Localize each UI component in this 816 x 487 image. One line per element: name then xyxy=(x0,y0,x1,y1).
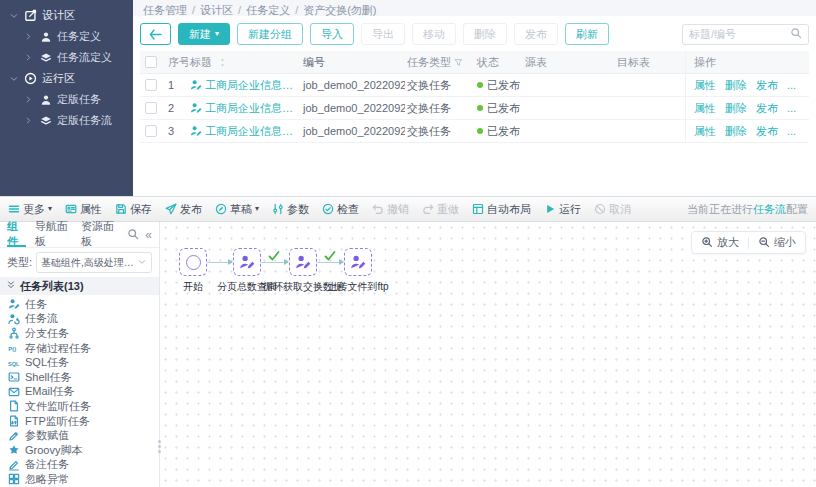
task-title-link[interactable]: 工商局企业信息表_demo0_2... xyxy=(205,124,299,139)
task-icon xyxy=(190,125,202,137)
component-item[interactable]: 忽略异常 xyxy=(0,472,159,487)
collapse-panel-icon[interactable]: « xyxy=(145,228,152,242)
task-title-link[interactable]: 工商局企业信息表_demo0_2... xyxy=(205,101,299,116)
row-action-more[interactable]: ... xyxy=(787,125,796,137)
ban-icon xyxy=(594,203,606,215)
tab-resource-panel[interactable]: 资源面板 xyxy=(81,222,118,247)
branch-icon xyxy=(8,327,20,339)
component-item[interactable]: FTP监听任务 xyxy=(0,414,159,429)
column-header-action: 操作 xyxy=(685,51,809,73)
flow-node-start[interactable]: 开始 xyxy=(165,248,221,294)
type-select[interactable]: 基础组件,高级处理组件 xyxy=(36,252,152,273)
task-title-link[interactable]: 工商局企业信息表_demo0_2... xyxy=(205,78,299,93)
component-panel: 组件导航面板资源面板 « 类型: 基础组件,高级处理组件 任务列表(13) 任务… xyxy=(0,222,160,487)
save-button[interactable]: 保存 xyxy=(115,202,152,217)
procedure-icon: P() xyxy=(8,342,20,354)
pencil-icon xyxy=(8,430,20,442)
draft-button[interactable]: 草稿▾ xyxy=(215,202,259,217)
component-item[interactable]: P()存储过程任务 xyxy=(0,341,159,356)
sort-icon[interactable] xyxy=(218,58,227,67)
back-button[interactable] xyxy=(140,23,171,45)
component-item[interactable]: 文件监听任务 xyxy=(0,399,159,414)
task-list-section-header[interactable]: 任务列表(13) xyxy=(0,277,159,295)
new-button[interactable]: 新建▾ xyxy=(178,23,230,45)
row-code: job_demo0_20220927132347 xyxy=(301,102,405,114)
component-item[interactable]: EMail任务 xyxy=(0,385,159,400)
row-action-link[interactable]: 删除 xyxy=(725,101,747,116)
check-button[interactable]: 检查 xyxy=(322,202,359,217)
breadcrumb: 任务管理/设计区/任务定义/资产交换(勿删) xyxy=(133,0,816,16)
breadcrumb-item[interactable]: 资产交换(勿删) xyxy=(303,4,376,16)
component-item[interactable]: 任务流 xyxy=(0,312,159,327)
row-action-more[interactable]: ... xyxy=(787,79,796,91)
breadcrumb-item[interactable]: 任务定义 xyxy=(246,4,290,16)
row-action-link[interactable]: 删除 xyxy=(725,78,747,93)
row-action-more[interactable]: ... xyxy=(787,102,796,114)
zoom-out-button[interactable]: 缩小 xyxy=(758,235,796,250)
publish-button: 发布 xyxy=(514,23,558,45)
sidebar-item-task-definition[interactable]: 任务定义 xyxy=(0,26,133,47)
column-header-target: 目标表 xyxy=(615,55,685,70)
row-checkbox[interactable] xyxy=(145,79,157,91)
row-action-link[interactable]: 发布 xyxy=(756,124,778,139)
more-button[interactable]: 更多▾ xyxy=(8,202,52,217)
component-item-label: 任务流 xyxy=(25,311,58,326)
row-checkbox[interactable] xyxy=(145,125,157,137)
flow-canvas[interactable]: 放大 缩小 开始分页总数查询循环获取交换数据上传文件到ftp xyxy=(160,222,816,487)
sidebar-item-release-taskflow[interactable]: 定版任务流 xyxy=(0,110,133,131)
sidebar-item-release-task[interactable]: 定版任务 xyxy=(0,89,133,110)
status-dot xyxy=(477,105,483,111)
component-item[interactable]: 备注任务 xyxy=(0,458,159,473)
breadcrumb-item[interactable]: 任务管理 xyxy=(143,4,187,16)
row-action-link[interactable]: 删除 xyxy=(725,124,747,139)
component-item[interactable]: 分支任务 xyxy=(0,326,159,341)
row-action-link[interactable]: 属性 xyxy=(694,124,716,139)
import-button[interactable]: 导入 xyxy=(310,23,354,45)
caret-down-icon: ▾ xyxy=(255,205,259,213)
row-code: job_demo0_20220927132347u... xyxy=(301,125,405,137)
file-icon xyxy=(8,400,20,412)
row-action-link[interactable]: 发布 xyxy=(756,78,778,93)
component-item-label: Groovy脚本 xyxy=(25,443,82,458)
zoom-in-button[interactable]: 放大 xyxy=(701,235,739,250)
component-item[interactable]: 参数赋值 xyxy=(0,428,159,443)
zoom-in-icon xyxy=(701,236,713,250)
search-icon[interactable] xyxy=(790,27,802,41)
row-action-link[interactable]: 发布 xyxy=(756,101,778,116)
status-dot xyxy=(477,128,483,134)
search-input[interactable] xyxy=(689,28,790,40)
select-all-checkbox[interactable] xyxy=(145,56,157,68)
sidebar-item-design-area[interactable]: 设计区 xyxy=(0,5,133,26)
flow-node-node-3[interactable]: 上传文件到ftp xyxy=(330,248,386,294)
breadcrumb-item[interactable]: 设计区 xyxy=(200,4,233,16)
row-action-link[interactable]: 属性 xyxy=(694,101,716,116)
component-item[interactable]: Groovy脚本 xyxy=(0,443,159,458)
row-checkbox[interactable] xyxy=(145,102,157,114)
sidebar-item-run-area[interactable]: 运行区 xyxy=(0,68,133,89)
component-item[interactable]: 任务 xyxy=(0,297,159,312)
publish-button[interactable]: 发布 xyxy=(165,202,202,217)
taskflow-icon xyxy=(8,313,20,325)
task-icon xyxy=(350,254,366,270)
svg-text:SQL: SQL xyxy=(8,360,20,366)
run-button[interactable]: 运行 xyxy=(544,202,581,217)
filter-icon[interactable] xyxy=(454,58,463,67)
sql-icon: SQL xyxy=(8,357,20,369)
property-button[interactable]: 属性 xyxy=(65,202,102,217)
sidebar-item-taskflow-definition[interactable]: 任务流定义 xyxy=(0,47,133,68)
refresh-button[interactable]: 刷新 xyxy=(565,23,609,45)
component-item[interactable]: SQLSQL任务 xyxy=(0,355,159,370)
row-action-link[interactable]: 属性 xyxy=(694,78,716,93)
auto-layout-button[interactable]: 自动布局 xyxy=(472,202,531,217)
panel-search-icon[interactable] xyxy=(127,228,139,242)
tab-nav-panel[interactable]: 导航面板 xyxy=(35,222,72,247)
task-icon xyxy=(8,298,20,310)
params-button[interactable]: 参数 xyxy=(272,202,309,217)
panel-resize-handle[interactable] xyxy=(158,440,162,453)
component-item[interactable]: Shell任务 xyxy=(0,370,159,385)
redo-button: 重做 xyxy=(422,202,459,217)
column-header-source: 源表 xyxy=(523,55,615,70)
tab-components[interactable]: 组件 xyxy=(7,222,26,247)
new-group-button[interactable]: 新建分组 xyxy=(237,23,303,45)
cp-tools: « xyxy=(127,228,152,242)
